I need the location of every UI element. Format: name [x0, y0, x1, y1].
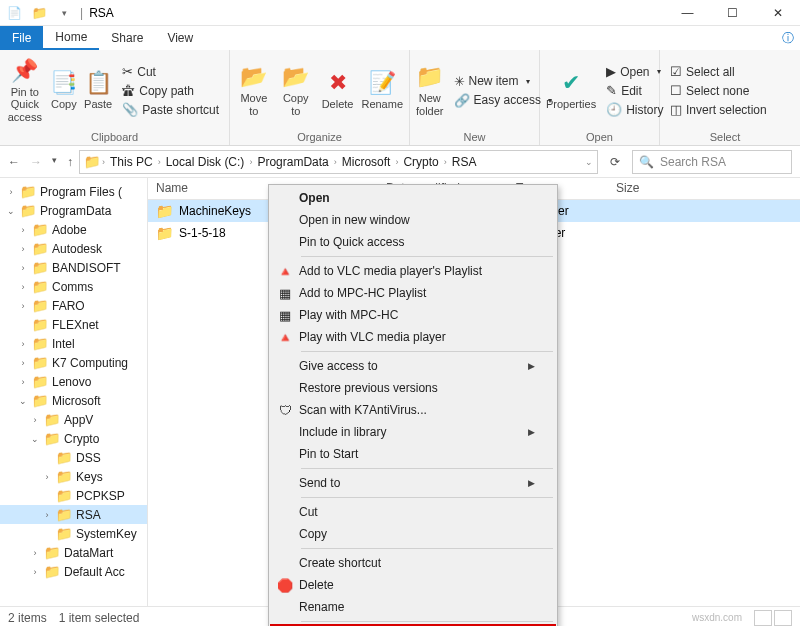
sidebar-item[interactable]: ›📁Intel	[0, 334, 147, 353]
minimize-button[interactable]: ―	[665, 0, 710, 26]
chevron-icon[interactable]: ⌄	[30, 434, 40, 444]
context-menu-item[interactable]: Cut	[271, 501, 555, 523]
context-menu-item[interactable]: Create shortcut	[271, 552, 555, 574]
close-button[interactable]: ✕	[755, 0, 800, 26]
context-menu-item[interactable]: Open in new window	[271, 209, 555, 231]
tab-file[interactable]: File	[0, 26, 43, 50]
chevron-icon[interactable]: ›	[6, 187, 16, 197]
context-menu-item[interactable]: Open	[271, 187, 555, 209]
sidebar-item[interactable]: ›📁RSA	[0, 505, 147, 524]
refresh-button[interactable]: ⟳	[604, 155, 626, 169]
address-dropdown[interactable]: ⌄	[585, 157, 593, 167]
tab-share[interactable]: Share	[99, 26, 155, 50]
copy-to-button[interactable]: 📂Copy to	[278, 64, 314, 116]
back-button[interactable]: ←	[8, 155, 20, 169]
sidebar-item[interactable]: ⌄📁Microsoft	[0, 391, 147, 410]
context-menu-item[interactable]: Copy	[271, 523, 555, 545]
crumb-rsa[interactable]: RSA	[449, 155, 480, 169]
crumb-crypto[interactable]: Crypto	[400, 155, 441, 169]
sidebar-item[interactable]: ›📁Program Files (	[0, 182, 147, 201]
sidebar-item[interactable]: ›📁FARO	[0, 296, 147, 315]
chevron-icon[interactable]: ›	[42, 472, 52, 482]
navigation-tree[interactable]: ›📁Program Files (⌄📁ProgramData›📁Adobe›📁A…	[0, 178, 148, 606]
context-menu-item[interactable]: Include in library▶	[271, 421, 555, 443]
search-input[interactable]: 🔍 Search RSA	[632, 150, 792, 174]
pin-to-quick-access-button[interactable]: 📌Pin to Quick access	[6, 58, 44, 122]
sidebar-item[interactable]: 📁DSS	[0, 448, 147, 467]
paste-shortcut-button[interactable]: 📎Paste shortcut	[118, 101, 223, 118]
up-button[interactable]: ↑	[67, 155, 73, 169]
context-menu-item[interactable]: Give access to▶	[271, 355, 555, 377]
sidebar-item[interactable]: 📁FLEXnet	[0, 315, 147, 334]
cut-button[interactable]: ✂Cut	[118, 63, 223, 80]
context-menu-item[interactable]: Send to▶	[271, 472, 555, 494]
sidebar-item[interactable]: 📁PCPKSP	[0, 486, 147, 505]
context-menu-item[interactable]: 🔺Add to VLC media player's Playlist	[271, 260, 555, 282]
sidebar-item[interactable]: 📁SystemKey	[0, 524, 147, 543]
tab-home[interactable]: Home	[43, 26, 99, 50]
context-menu-item[interactable]: 🔺Play with VLC media player	[271, 326, 555, 348]
chevron-icon[interactable]: ›	[18, 263, 28, 273]
sidebar-item[interactable]: ⌄📁ProgramData	[0, 201, 147, 220]
view-details-button[interactable]	[754, 610, 772, 626]
properties-button[interactable]: ✔Properties	[546, 70, 596, 110]
ribbon-collapse[interactable]: ⓘ	[776, 26, 800, 50]
chevron-icon[interactable]: ›	[18, 358, 28, 368]
context-menu-item[interactable]: 🛑Delete	[271, 574, 555, 596]
view-large-icons-button[interactable]	[774, 610, 792, 626]
chevron-icon[interactable]: ›	[30, 567, 40, 577]
context-menu-item[interactable]: Restore previous versions	[271, 377, 555, 399]
context-menu-item[interactable]: Pin to Quick access	[271, 231, 555, 253]
sidebar-item[interactable]: ›📁Default Acc	[0, 562, 147, 581]
sidebar-item[interactable]: ›📁Adobe	[0, 220, 147, 239]
chevron-icon[interactable]: ⌄	[6, 206, 16, 216]
quick-access-toolbar-icon[interactable]: 📄	[0, 6, 28, 20]
crumb-this-pc[interactable]: This PC	[107, 155, 156, 169]
rename-button[interactable]: 📝Rename	[361, 70, 403, 110]
maximize-button[interactable]: ☐	[710, 0, 755, 26]
chevron-icon[interactable]: ›	[30, 548, 40, 558]
sidebar-item[interactable]: ›📁K7 Computing	[0, 353, 147, 372]
chevron-icon[interactable]: ›	[18, 301, 28, 311]
forward-button[interactable]: →	[30, 155, 42, 169]
context-menu-item[interactable]: ▦Play with MPC-HC	[271, 304, 555, 326]
edit-button[interactable]: ✎Edit	[602, 82, 667, 99]
sidebar-item[interactable]: ›📁BANDISOFT	[0, 258, 147, 277]
chevron-icon[interactable]: ⌄	[18, 396, 28, 406]
context-menu-item[interactable]: Rename	[271, 596, 555, 618]
sidebar-item[interactable]: ›📁Keys	[0, 467, 147, 486]
crumb-microsoft[interactable]: Microsoft	[339, 155, 394, 169]
tab-view[interactable]: View	[155, 26, 205, 50]
breadcrumb[interactable]: 📁 › This PC› Local Disk (C:)› ProgramDat…	[79, 150, 598, 174]
open-button[interactable]: ▶Open▾	[602, 63, 667, 80]
sidebar-item[interactable]: ›📁Autodesk	[0, 239, 147, 258]
chevron-icon[interactable]: ›	[18, 282, 28, 292]
column-size[interactable]: Size	[608, 178, 688, 199]
sidebar-item[interactable]: ›📁AppV	[0, 410, 147, 429]
select-none-button[interactable]: ☐Select none	[666, 82, 771, 99]
chevron-icon[interactable]: ›	[18, 377, 28, 387]
chevron-icon[interactable]: ›	[42, 510, 52, 520]
chevron-icon[interactable]: ›	[18, 225, 28, 235]
sidebar-item[interactable]: ›📁Lenovo	[0, 372, 147, 391]
invert-selection-button[interactable]: ◫Invert selection	[666, 101, 771, 118]
qat-dropdown[interactable]: ▾	[50, 8, 78, 18]
chevron-icon[interactable]: ›	[18, 339, 28, 349]
paste-button[interactable]: 📋Paste	[84, 70, 112, 110]
sidebar-item[interactable]: ›📁Comms	[0, 277, 147, 296]
crumb-programdata[interactable]: ProgramData	[254, 155, 331, 169]
copy-path-button[interactable]: 🛣Copy path	[118, 82, 223, 99]
context-menu-item[interactable]: ▦Add to MPC-HC Playlist	[271, 282, 555, 304]
crumb-local-disk[interactable]: Local Disk (C:)	[163, 155, 248, 169]
new-folder-button[interactable]: 📁New folder	[416, 64, 444, 116]
chevron-icon[interactable]: ›	[30, 415, 40, 425]
history-button[interactable]: 🕘History	[602, 101, 667, 118]
sidebar-item[interactable]: ›📁DataMart	[0, 543, 147, 562]
recent-locations-button[interactable]: ▾	[52, 155, 57, 169]
delete-button[interactable]: ✖Delete	[320, 70, 356, 110]
context-menu-item[interactable]: 🛡Scan with K7AntiVirus...	[271, 399, 555, 421]
copy-button[interactable]: 📑Copy	[50, 70, 78, 110]
chevron-icon[interactable]: ›	[18, 244, 28, 254]
sidebar-item[interactable]: ⌄📁Crypto	[0, 429, 147, 448]
move-to-button[interactable]: 📂Move to	[236, 64, 272, 116]
